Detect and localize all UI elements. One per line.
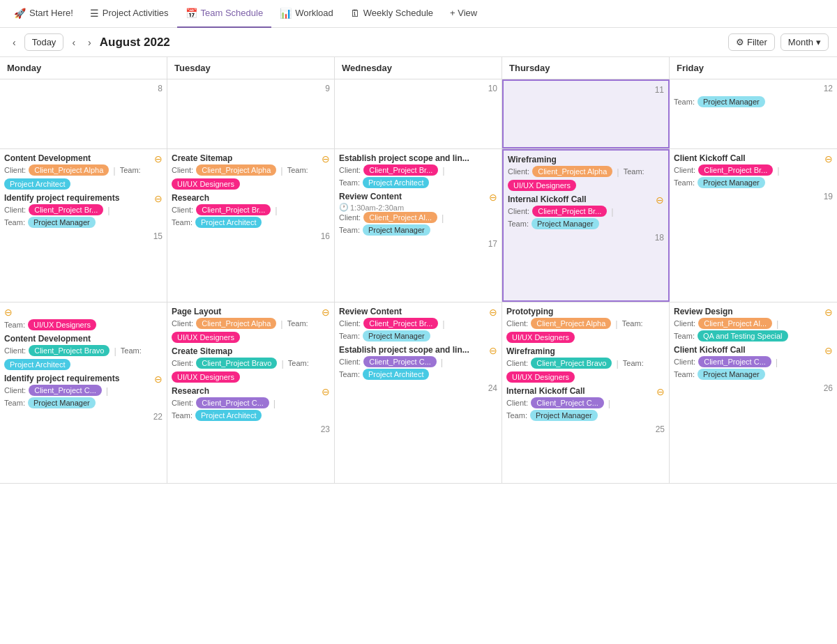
client-pill[interactable]: Client_Project Bravo: [196, 358, 277, 369]
nav-forward-button[interactable]: ›: [84, 34, 96, 51]
minus-icon: ⊖: [824, 153, 833, 164]
separator: |: [608, 398, 610, 408]
tab-start[interactable]: 🚀 Start Here!: [6, 0, 82, 28]
tab-activities[interactable]: ☰ Project Activities: [82, 0, 177, 28]
day-cell-17: Establish project scope and lin... Clien…: [335, 149, 502, 302]
team-label: Team:: [674, 98, 695, 106]
team-pill[interactable]: Project Architect: [4, 178, 70, 190]
team-pill[interactable]: UI/UX Designers: [172, 178, 240, 190]
event-header: Review Content ⊖: [339, 192, 497, 203]
team-pill[interactable]: Project Manager: [28, 217, 96, 228]
day-cell-18: Wireframing Client: Client_Project Alpha…: [502, 149, 670, 302]
team-pill[interactable]: Project Architect: [195, 217, 262, 228]
separator: |: [113, 165, 115, 176]
minus-icon: ⊖: [656, 386, 665, 397]
event-research-16: Research Client: Client_Project Br... | …: [172, 193, 330, 228]
tab-team[interactable]: 📅 Team Schedule: [177, 0, 272, 28]
client-pill[interactable]: Client_Project Alpha: [531, 318, 611, 329]
client-label: Client:: [508, 167, 529, 176]
client-pill[interactable]: Client_Project Al...: [698, 318, 772, 329]
day-number-16: 16: [172, 231, 330, 241]
client-pill[interactable]: Client_Project Al...: [363, 212, 437, 223]
tab-view-label: + View: [450, 8, 477, 18]
event-row-client: Client: Client_Project C... |: [339, 356, 497, 367]
client-pill[interactable]: Client_Project Br...: [196, 204, 271, 215]
team-pill[interactable]: Project Manager: [698, 177, 765, 188]
team-pill[interactable]: Project Manager: [531, 218, 599, 229]
event-row-client: Client: Client_Project Br... |: [4, 204, 163, 215]
client-pill[interactable]: Client_Project C...: [29, 385, 102, 396]
day-header-monday: Monday: [0, 57, 167, 79]
team-pill[interactable]: UI/UX Designers: [508, 180, 576, 191]
team-pill[interactable]: Project Manager: [530, 410, 598, 421]
client-pill[interactable]: Client_Project Alpha: [29, 164, 109, 176]
team-pill[interactable]: Project Architect: [363, 369, 429, 380]
client-pill[interactable]: Client_Project Br...: [363, 318, 438, 329]
team-pill[interactable]: UI/UX Designers: [28, 319, 96, 330]
event-row-client: Client: Client_Project Alpha | Team: UI/…: [506, 318, 665, 343]
client-pill[interactable]: Client_Project Alpha: [196, 318, 276, 329]
event-title: Client Kickoff Call: [674, 345, 746, 355]
event-row-client: Client: Client_Project C... |: [4, 385, 163, 396]
event-title: Content Development: [4, 334, 91, 344]
client-pill[interactable]: Client_Project Alpha: [196, 164, 276, 176]
minus-icon: ⊖: [824, 307, 833, 318]
event-research-23: Research ⊖ Client: Client_Project C... |…: [172, 386, 330, 421]
event-title: Wireframing: [508, 155, 557, 164]
client-pill[interactable]: Client_Project Bravo: [531, 358, 612, 369]
client-label: Client:: [172, 359, 193, 367]
team-pill[interactable]: UI/UX Designers: [172, 371, 240, 383]
chevron-down-icon: ▾: [816, 37, 821, 47]
team-pill[interactable]: Project Manager: [28, 397, 96, 408]
tab-workload[interactable]: 📊 Workload: [271, 0, 342, 28]
event-header: Establish project scope and lin... ⊖: [339, 345, 497, 356]
event-row-client: Client: Client_Project Bravo | Team: Pro…: [4, 345, 163, 370]
tab-view[interactable]: + View: [442, 0, 485, 28]
team-pill[interactable]: Project Architect: [4, 359, 70, 370]
client-label: Client:: [506, 399, 528, 407]
team-pill[interactable]: UI/UX Designers: [506, 332, 575, 343]
client-pill[interactable]: Client_Project C...: [196, 397, 269, 408]
client-pill[interactable]: Client_Project Bravo: [29, 345, 110, 356]
tab-weekly[interactable]: 🗓 Weekly Schedule: [342, 0, 442, 28]
team-pill[interactable]: UI/UX Designers: [172, 332, 240, 343]
event-row-team: Team: Project Architect: [339, 369, 497, 380]
team-pill[interactable]: UI/UX Designers: [506, 371, 575, 383]
client-pill[interactable]: Client_Project Br...: [363, 164, 438, 176]
team-label: Team:: [623, 359, 644, 367]
day-cell-10: 10: [335, 79, 502, 148]
client-pill[interactable]: Client_Project Alpha: [532, 166, 612, 177]
event-row-team: Team: Project Manager: [674, 96, 833, 107]
today-button[interactable]: Today: [24, 33, 64, 51]
team-pill[interactable]: Project Architect: [363, 177, 429, 188]
team-label: Team:: [287, 319, 308, 328]
event-header: Client Kickoff Call ⊖: [674, 153, 833, 164]
prev-period-button[interactable]: ‹: [8, 34, 20, 51]
team-pill[interactable]: QA and Testing Special: [698, 330, 788, 342]
team-pill[interactable]: Project Manager: [363, 330, 430, 342]
event-title: Internal Kickoff Call: [506, 386, 585, 396]
team-label: Team:: [172, 411, 193, 420]
team-pill[interactable]: Project Manager: [363, 224, 430, 236]
team-pill[interactable]: Project Architect: [195, 410, 262, 421]
client-label: Client:: [172, 166, 193, 174]
day-number-25: 25: [506, 424, 665, 434]
event-header: Research: [172, 193, 330, 204]
month-view-button[interactable]: Month ▾: [781, 33, 829, 51]
client-pill[interactable]: Client_Project C...: [531, 397, 604, 408]
nav-back-button[interactable]: ‹: [68, 34, 80, 51]
event-row-team: Team: Project Manager: [339, 330, 497, 342]
client-pill[interactable]: Client_Project C...: [698, 356, 771, 367]
team-pill[interactable]: Project Manager: [698, 96, 765, 107]
event-partial-top-fri: Team: Project Manager: [674, 96, 833, 107]
client-pill[interactable]: Client_Project Br...: [29, 204, 103, 215]
client-pill[interactable]: Client_Project Br...: [532, 206, 607, 217]
separator: |: [615, 319, 617, 329]
client-pill[interactable]: Client_Project Br...: [698, 164, 773, 176]
day-number-12: 12: [674, 84, 833, 93]
client-pill[interactable]: Client_Project C...: [363, 356, 437, 367]
team-pill[interactable]: Project Manager: [698, 369, 765, 380]
separator: |: [273, 398, 276, 408]
event-client-kickoff-26: Client Kickoff Call ⊖ Client: Client_Pro…: [674, 345, 833, 380]
filter-button[interactable]: ⚙ Filter: [728, 33, 775, 51]
